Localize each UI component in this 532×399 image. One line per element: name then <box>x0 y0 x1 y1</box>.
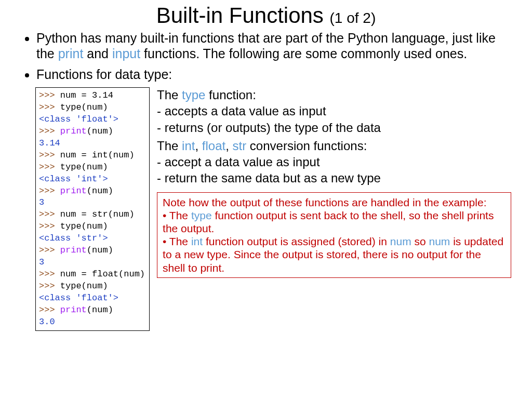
type-fn-heading: The type function: <box>157 87 511 102</box>
code-keyword: print <box>60 245 87 255</box>
main-bullet-list: Python has many built-in functions that … <box>21 30 511 82</box>
note-intro: Note how the output of these functions a… <box>163 196 506 209</box>
code-line: (num) <box>87 126 113 136</box>
code-prompt: >>> <box>39 162 60 172</box>
note-bullet-2: • The int function output is assigned (s… <box>163 235 506 274</box>
code-line: num = float(num) <box>60 269 145 279</box>
code-line: (num) <box>87 245 113 255</box>
code-line: num = int(num) <box>60 150 135 160</box>
code-prompt: >>> <box>39 269 60 279</box>
num-keyword: num <box>390 235 411 247</box>
bullet-1-and: and <box>83 46 112 61</box>
code-output: 3.14 <box>39 138 60 148</box>
conv-fn-line-2: - return the same data but as a new type <box>157 170 511 185</box>
code-prompt: >>> <box>39 150 60 160</box>
input-keyword: input <box>112 46 140 61</box>
code-prompt: >>> <box>39 221 60 231</box>
note-bullet-1: • The type function output is sent back … <box>163 209 506 235</box>
code-output: 3 <box>39 197 44 207</box>
float-keyword: float <box>202 139 225 153</box>
title-sub: (1 of 2) <box>330 10 376 26</box>
code-prompt: >>> <box>39 209 60 219</box>
explanation-column: The type function: - accepts a data valu… <box>157 87 511 278</box>
text: conversion functions: <box>246 139 367 153</box>
code-prompt: >>> <box>39 245 60 255</box>
code-prompt: >>> <box>39 305 60 315</box>
code-prompt: >>> <box>39 186 60 196</box>
text: The <box>169 209 191 221</box>
code-example-box: >>> num = 3.14 >>> type(num) <class 'flo… <box>35 87 150 331</box>
type-keyword: type <box>182 88 205 102</box>
text: , <box>195 139 202 153</box>
code-keyword: print <box>60 186 87 196</box>
code-line: type(num) <box>60 281 108 291</box>
code-line: type(num) <box>60 221 108 231</box>
text: The <box>157 88 182 102</box>
print-keyword: print <box>58 46 84 61</box>
code-line: (num) <box>87 305 113 315</box>
code-keyword: print <box>60 126 87 136</box>
code-output: 3.0 <box>39 317 55 327</box>
code-prompt: >>> <box>39 126 60 136</box>
content-row: >>> num = 3.14 >>> type(num) <class 'flo… <box>21 87 511 331</box>
code-line: type(num) <box>60 102 108 112</box>
code-line: num = 3.14 <box>60 90 113 100</box>
slide-title: Built-in Functions (1 of 2) <box>21 3 511 28</box>
bullet-1-text-b: functions. The following are some common… <box>140 46 467 61</box>
text: The <box>157 139 182 153</box>
code-prompt: >>> <box>39 102 60 112</box>
text: function: <box>205 88 256 102</box>
code-line: num = str(num) <box>60 209 135 219</box>
conv-fn-line-1: - accept a data value as input <box>157 154 511 169</box>
conv-fn-heading: The int, float, str conversion functions… <box>157 138 511 153</box>
code-output: 3 <box>39 257 44 267</box>
bullet-2: Functions for data type: <box>36 66 511 82</box>
int-keyword: int <box>191 235 203 247</box>
note-box: Note how the output of these functions a… <box>157 192 511 278</box>
code-output: <class 'int'> <box>39 174 108 184</box>
slide-container: Built-in Functions (1 of 2) Python has m… <box>0 0 532 341</box>
bullet-1: Python has many built-in functions that … <box>36 30 511 61</box>
code-line: type(num) <box>60 162 108 172</box>
code-output: <class 'float'> <box>39 293 118 303</box>
code-prompt: >>> <box>39 281 60 291</box>
text: function output is sent back to the shel… <box>163 209 494 234</box>
str-keyword: str <box>233 139 247 153</box>
int-keyword: int <box>182 139 195 153</box>
num-keyword: num <box>429 235 450 247</box>
code-prompt: >>> <box>39 90 60 100</box>
text: so <box>411 235 429 247</box>
code-output: <class 'str'> <box>39 233 108 243</box>
code-keyword: print <box>60 305 87 315</box>
text: The <box>169 235 191 247</box>
code-output: <class 'float'> <box>39 114 118 124</box>
text: , <box>225 139 232 153</box>
type-fn-line-1: - accepts a data value as input <box>157 103 511 118</box>
type-keyword: type <box>191 209 212 221</box>
type-fn-line-2: - returns (or outputs) the type of the d… <box>157 120 511 135</box>
text: function output is assigned (stored) in <box>203 235 390 247</box>
title-main: Built-in Functions <box>156 3 324 28</box>
code-line: (num) <box>87 186 113 196</box>
